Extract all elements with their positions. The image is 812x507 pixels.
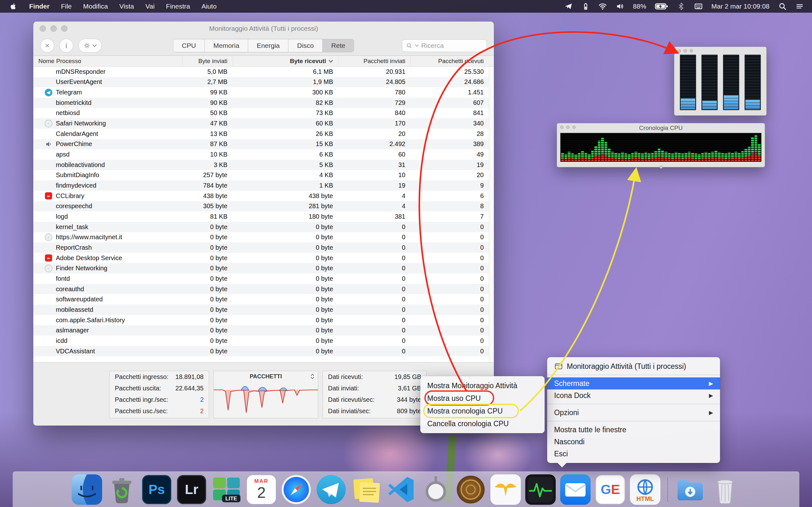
menubar-app-name[interactable]: Finder xyxy=(23,3,55,10)
dock-icon-photoshop[interactable]: Ps xyxy=(142,474,172,505)
dock-icon-stickies[interactable] xyxy=(351,474,381,505)
submenu-item-cancella-cronologia-cpu[interactable]: Cancella cronologia CPU xyxy=(420,417,545,430)
device-battery-icon[interactable] xyxy=(581,2,590,10)
close-button[interactable] xyxy=(560,125,564,129)
submenu-item-mostra-monitoraggio-attivit-[interactable]: Mostra Monitoraggio Attività xyxy=(420,379,545,392)
cpu-history-titlebar[interactable]: Cronologia CPU xyxy=(557,123,765,133)
table-row[interactable]: softwareupdated 0 byte 0 byte 0 0 xyxy=(33,294,494,304)
bluetooth-icon[interactable] xyxy=(677,2,686,10)
dock-icon-vscode[interactable] xyxy=(386,474,416,505)
resize-handle[interactable] xyxy=(659,165,663,169)
table-row[interactable]: icdd 0 byte 0 byte 0 0 xyxy=(33,336,494,346)
submenu-item-mostra-cronologia-cpu[interactable]: Mostra cronologia CPU xyxy=(420,405,545,417)
dock-icon-lens-app[interactable] xyxy=(420,474,451,505)
telegram-status-icon[interactable] xyxy=(564,2,572,10)
table-row[interactable]: mobileassetd 0 byte 0 byte 0 0 xyxy=(33,304,494,315)
table-row[interactable]: corespeechd 305 byte 281 byte 4 8 xyxy=(33,201,494,212)
dock-icon-lightroom[interactable]: Lr xyxy=(176,474,207,505)
column-header-3[interactable]: Pacchetti inviati xyxy=(338,56,410,66)
tab-memoria[interactable]: Memoria xyxy=(205,39,248,52)
table-row[interactable]: com.apple.Safari.History 0 byte 0 byte 0… xyxy=(33,315,494,326)
graph-type-stepper[interactable] xyxy=(310,373,315,380)
dock-icon-html-app[interactable]: HTML xyxy=(630,474,660,505)
menubar-menu-modifica[interactable]: Modifica xyxy=(78,3,113,10)
cpu-history-window[interactable]: Cronologia CPU xyxy=(557,123,765,167)
scrollbar[interactable] xyxy=(489,66,494,362)
dock-icon-mosaic-lite[interactable]: LITE xyxy=(211,474,242,505)
apple-menu[interactable] xyxy=(0,3,23,10)
menubar-menu-finestra[interactable]: Finestra xyxy=(160,3,196,10)
menu-item-opzioni[interactable]: Opzioni▶ xyxy=(547,406,720,418)
table-row[interactable]: Finder Networking 0 byte 0 byte 0 0 xyxy=(33,263,494,274)
table-row[interactable]: mobileactivationd 3 KB 5 KB 31 19 xyxy=(33,160,494,170)
menu-item-schermate[interactable]: Schermate▶ xyxy=(547,377,720,389)
volume-icon[interactable] xyxy=(616,2,624,10)
notification-center-icon[interactable] xyxy=(796,2,804,10)
settings-dropdown-button[interactable] xyxy=(78,39,102,53)
column-header-4[interactable]: Pacchetti ricevuti xyxy=(410,56,489,66)
cpu-usage-window[interactable] xyxy=(674,47,767,116)
column-header-2[interactable]: Byte ricevuti xyxy=(233,56,338,66)
dock-icon-finder[interactable] xyxy=(72,474,102,505)
wifi-icon[interactable] xyxy=(599,2,607,10)
column-header-1[interactable]: Byte inviati xyxy=(183,56,233,66)
input-source-icon[interactable] xyxy=(694,2,703,10)
table-row[interactable]: Telegram 99 KB 300 KB 780 1.451 xyxy=(33,87,494,98)
table-row[interactable]: SubmitDiagInfo 257 byte 4 KB 10 20 xyxy=(33,170,494,181)
search-input[interactable]: Ricerca xyxy=(402,39,487,52)
table-row[interactable]: apsd 10 KB 6 KB 60 49 xyxy=(33,149,494,160)
menubar-menu-file[interactable]: File xyxy=(55,3,78,10)
minimize-button[interactable] xyxy=(566,125,570,129)
dock-icon-mail[interactable] xyxy=(560,474,591,505)
quit-process-button[interactable]: × xyxy=(40,39,54,53)
menu-item-nascondi[interactable]: Nascondi xyxy=(547,436,720,448)
inspect-process-button[interactable]: i xyxy=(59,39,73,53)
dock-icon-seal-app[interactable] xyxy=(455,474,486,505)
column-header-0[interactable]: Nome Processo xyxy=(33,56,183,66)
table-row[interactable]: Safari Networking 47 KB 60 KB 170 340 xyxy=(33,118,494,129)
table-row[interactable]: UserEventAgent 2,7 MB 1,9 MB 24.805 24.6… xyxy=(33,77,494,88)
tab-disco[interactable]: Disco xyxy=(288,39,322,52)
dock-icon-trash[interactable] xyxy=(710,474,740,505)
table-row[interactable]: logd 81 KB 180 byte 381 7 xyxy=(33,211,494,222)
dock-icon-telegram[interactable] xyxy=(316,474,346,505)
window-titlebar[interactable]: Monitoraggio Attività (Tutti i processi) xyxy=(33,21,494,36)
battery-charging-icon[interactable] xyxy=(655,3,668,10)
menu-item-app-window[interactable]: Monitoraggio Attività (Tutti i processi) xyxy=(547,360,720,372)
table-row[interactable]: biometrickitd 90 KB 82 KB 729 607 xyxy=(33,98,494,108)
table-row[interactable]: coreauthd 0 byte 0 byte 0 0 xyxy=(33,284,494,294)
dock-icon-recycle-app[interactable] xyxy=(107,474,137,505)
table-row[interactable]: ∞CCLibrary 438 byte 438 byte 4 6 xyxy=(33,191,494,201)
minimize-button[interactable] xyxy=(683,49,687,53)
table-row[interactable]: kernel_task 0 byte 0 byte 0 0 xyxy=(33,222,494,232)
table-row[interactable]: VDCAssistant 0 byte 0 byte 0 0 xyxy=(33,346,494,356)
menubar-menu-vista[interactable]: Vista xyxy=(113,3,140,10)
table-row[interactable]: ∞Adobe Desktop Service 0 byte 0 byte 0 0 xyxy=(33,253,494,263)
table-row[interactable]: aslmanager 0 byte 0 byte 0 0 xyxy=(33,325,494,336)
dock-icon-wings-app[interactable] xyxy=(490,474,521,505)
dock-icon-calendar[interactable]: MAR2 xyxy=(246,474,276,505)
tab-energia[interactable]: Energia xyxy=(248,39,288,52)
table-row[interactable]: netbiosd 50 KB 73 KB 840 841 xyxy=(33,108,494,118)
table-row[interactable]: findmydeviced 784 byte 1 KB 19 9 xyxy=(33,180,494,191)
table-row[interactable]: fontd 0 byte 0 byte 0 0 xyxy=(33,274,494,284)
table-row[interactable]: ReportCrash 0 byte 0 byte 0 0 xyxy=(33,242,494,253)
close-button[interactable] xyxy=(40,25,46,32)
menu-item-esci[interactable]: Esci xyxy=(547,448,720,460)
menubar-menu-aiuto[interactable]: Aiuto xyxy=(196,3,222,10)
menu-item-icona-dock[interactable]: Icona Dock▶ xyxy=(547,389,720,401)
zoom-button[interactable] xyxy=(61,25,67,32)
submenu-item-mostra-uso-cpu[interactable]: Mostra uso CPU xyxy=(420,392,545,405)
menu-item-mostra-tutte-le-finestre[interactable]: Mostra tutte le finestre xyxy=(547,424,720,436)
table-row[interactable]: mDNSResponder 5,0 MB 6,1 MB 20.931 25.53… xyxy=(33,66,494,77)
zoom-button[interactable] xyxy=(690,49,693,53)
table-row[interactable]: https://www.macitynet.it 0 byte 0 byte 0… xyxy=(33,232,494,243)
spotlight-search-icon[interactable] xyxy=(778,2,786,10)
close-button[interactable] xyxy=(677,49,681,53)
table-row[interactable]: CalendarAgent 13 KB 26 KB 20 28 xyxy=(33,129,494,139)
dock-icon-downloads-folder[interactable] xyxy=(675,474,705,505)
zoom-button[interactable] xyxy=(572,125,576,129)
menubar-menu-vai[interactable]: Vai xyxy=(140,3,160,10)
dock-icon-safari[interactable] xyxy=(281,474,311,505)
dock-icon-ge-app[interactable]: GE xyxy=(595,474,625,505)
